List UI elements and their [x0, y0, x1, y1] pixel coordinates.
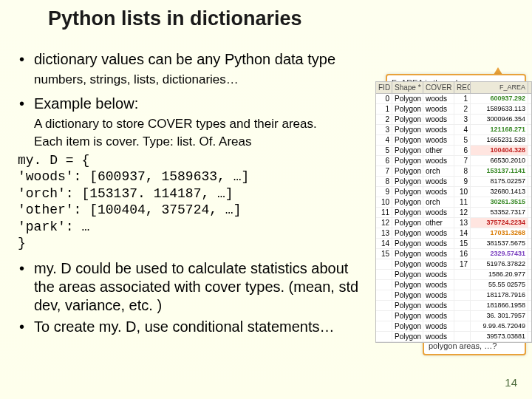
cell-fid: 9 [376, 187, 392, 197]
cell-area: 3000946.354 [471, 115, 528, 124]
cell-recno: 3 [454, 115, 471, 124]
table-col-header: Shape * [392, 82, 423, 93]
table-row: 10 Polygon orch 11 30261.3515 [376, 197, 531, 208]
cell-fid [376, 280, 392, 290]
cell-fid: 12 [376, 218, 392, 228]
cell-area: 121168.271 [471, 125, 528, 134]
cell-fid: 10 [376, 197, 392, 207]
cell-cover: woods [423, 115, 454, 124]
table-row: Polygon woods 181866.1958 [376, 301, 531, 311]
cell-cover: woods [423, 332, 454, 341]
cell-cover: orch [423, 197, 454, 207]
cell-shape: Polygon [392, 259, 423, 269]
cell-recno: 17 [454, 259, 471, 269]
bullet-2: Example below: [18, 95, 365, 113]
cell-cover: woods [423, 259, 454, 269]
cell-cover: woods [423, 249, 454, 259]
table-header: FIDShape *COVERRECNOF_AREA [376, 82, 531, 94]
cell-cover: woods [423, 187, 454, 197]
cell-fid [376, 311, 392, 321]
cell-shape: Polygon [392, 125, 423, 134]
cell-shape: Polygon [392, 311, 423, 321]
cell-recno: 1 [454, 94, 471, 103]
cell-area: 32680.1413 [471, 187, 528, 197]
cell-fid: 13 [376, 228, 392, 238]
bullet-1-sub: numbers, strings, lists, dictionaries… [18, 72, 365, 87]
cell-cover: orch [423, 166, 454, 176]
table-row: 11 Polygon woods 12 53352.7317 [376, 208, 531, 218]
cell-shape: Polygon [392, 239, 423, 248]
cell-shape: Polygon [392, 228, 423, 238]
table-col-header: RECNO [454, 82, 471, 93]
cell-area: 100404.328 [471, 146, 528, 155]
cell-area: 39573.03881 [471, 332, 528, 341]
cell-recno [454, 280, 471, 290]
table-row: 9 Polygon woods 10 32680.1413 [376, 187, 531, 197]
cell-recno: 2 [454, 104, 471, 114]
cell-shape: Polygon [392, 177, 423, 186]
table-row: 12 Polygon other 13 375724.2234 [376, 218, 531, 228]
cell-recno: 15 [454, 239, 471, 248]
code-block: my. D = { 'woods': [600937, 1589633, …] … [18, 152, 365, 252]
cell-shape: Polygon [392, 115, 423, 124]
cell-fid: 4 [376, 135, 392, 145]
cell-shape: Polygon [392, 270, 423, 279]
cell-fid [376, 332, 392, 341]
cell-cover: woods [423, 228, 454, 238]
cell-shape: Polygon [392, 208, 423, 217]
table-row: 13 Polygon woods 14 17031.3268 [376, 228, 531, 239]
table-row: 14 Polygon woods 15 381537.5675 [376, 239, 531, 249]
cell-fid [376, 321, 392, 331]
cell-fid [376, 259, 392, 269]
cell-shape: Polygon [392, 146, 423, 155]
bullet-3: my. D could be used to calculate statist… [18, 259, 365, 315]
cell-area: 8175.02257 [471, 177, 528, 186]
table-row: 0 Polygon woods 1 600937.292 [376, 94, 531, 104]
cell-area: 55.55 02575 [471, 280, 528, 290]
cell-recno: 12 [454, 208, 471, 217]
cell-fid [376, 270, 392, 279]
cell-recno: 8 [454, 166, 471, 176]
cell-cover: woods [423, 280, 454, 290]
cell-area: 600937.292 [471, 94, 528, 103]
cell-shape: Polygon [392, 321, 423, 331]
bullet-2-sub1: A dictionary to store COVER types and th… [18, 116, 365, 132]
cell-cover: woods [423, 208, 454, 217]
cell-shape: Polygon [392, 187, 423, 197]
cell-cover: other [423, 146, 454, 155]
table-row: Polygon woods 55.55 02575 [376, 280, 531, 290]
table-row: Polygon woods 17 51976.37822 [376, 259, 531, 270]
table-row: 2 Polygon woods 3 3000946.354 [376, 115, 531, 125]
cell-shape: Polygon [392, 156, 423, 166]
cell-shape: Polygon [392, 197, 423, 207]
cell-recno: 9 [454, 177, 471, 186]
cell-area: 1589633.113 [471, 104, 528, 114]
bullet-4-text: To create my. D, use conditional stateme… [34, 318, 334, 335]
cell-recno: 6 [454, 146, 471, 155]
cell-area: 181178.7916 [471, 290, 528, 300]
slide-body: dictionary values can be any Python data… [18, 50, 365, 339]
bullet-2-sub2: Each item is cover. Type: list. Of. Area… [18, 134, 365, 149]
cell-fid: 15 [376, 249, 392, 259]
cell-fid: 5 [376, 146, 392, 155]
table-row: 4 Polygon woods 5 1665231.528 [376, 135, 531, 146]
cell-shape: Polygon [392, 332, 423, 341]
cell-recno [454, 321, 471, 331]
cell-cover: woods [423, 156, 454, 166]
table-row: 5 Polygon other 6 100404.328 [376, 146, 531, 156]
table-body: 0 Polygon woods 1 600937.292 1 Polygon w… [376, 94, 531, 342]
cell-fid: 3 [376, 125, 392, 134]
cell-shape: Polygon [392, 135, 423, 145]
cell-cover: woods [423, 135, 454, 145]
table-col-header: COVER [423, 82, 454, 93]
table-col-header: F_AREA [471, 82, 528, 93]
cell-recno: 10 [454, 187, 471, 197]
cell-cover: other [423, 218, 454, 228]
cell-recno: 5 [454, 135, 471, 145]
table-row: 8 Polygon woods 9 8175.02257 [376, 177, 531, 187]
cell-fid [376, 301, 392, 310]
table-col-header: FID [376, 82, 392, 93]
attribute-table: FIDShape *COVERRECNOF_AREA 0 Polygon woo… [375, 81, 532, 343]
cell-recno: 11 [454, 197, 471, 207]
table-row: Polygon woods 36. 301.7957 [376, 311, 531, 321]
